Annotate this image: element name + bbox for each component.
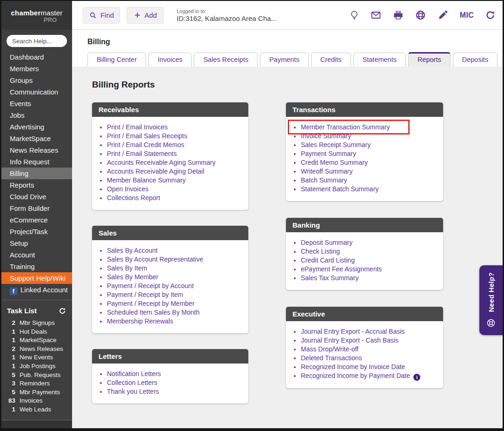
tab[interactable]: Payments <box>260 53 308 67</box>
lightbulb-icon[interactable] <box>350 10 359 21</box>
report-link[interactable]: Accounts Receivable Aging Summary <box>107 158 244 167</box>
report-link[interactable]: Payment / Receipt by Item <box>107 290 244 299</box>
report-link[interactable]: Collections Report <box>107 194 244 202</box>
report-link[interactable]: Sales By Account <box>107 246 244 255</box>
sidebar-item[interactable]: Dashboard <box>1 51 72 63</box>
report-link[interactable]: Sales Tax Summary <box>301 274 438 283</box>
report-link[interactable]: Invoice Summary <box>301 132 438 141</box>
refresh-icon[interactable] <box>59 307 66 315</box>
report-link[interactable]: Sales By Account Representative <box>107 255 244 264</box>
report-link[interactable]: Thank you Letters <box>107 387 244 396</box>
report-link[interactable]: Journal Entry Export - Accrual Basis <box>301 327 438 336</box>
mic-label[interactable]: MIC <box>460 11 474 20</box>
billing-reports-content: Billing Reports Receivables Print / Emai… <box>72 67 503 428</box>
task-item[interactable]: 3Reminders <box>1 379 72 388</box>
report-link[interactable]: Deposit Summary <box>301 238 438 247</box>
report-link[interactable]: Print / Email Credit Memos <box>107 141 244 149</box>
sidebar-item-label: Project/Task <box>10 228 48 236</box>
sidebar-item[interactable]: Support Help/Wiki <box>1 272 72 284</box>
task-item[interactable]: 2Mbr Signups <box>1 319 72 328</box>
sidebar-item[interactable]: Project/Task <box>1 226 72 237</box>
add-button[interactable]: Add <box>126 7 164 24</box>
report-link[interactable]: Open Invoices <box>107 185 244 194</box>
sidebar-item-label: Support Help/Wiki <box>10 274 66 282</box>
sidebar-item[interactable]: Info Request <box>1 156 72 168</box>
report-link[interactable]: Mass Drop/Write-off <box>301 345 438 354</box>
report-link[interactable]: Journal Entry Export - Cash Basis <box>301 336 438 345</box>
report-link[interactable]: Sales By Item <box>107 264 244 273</box>
report-link[interactable]: Sales By Member <box>107 273 244 282</box>
report-link[interactable]: Print / Email Invoices <box>107 123 244 132</box>
sidebar-item[interactable]: Training <box>1 261 72 272</box>
info-icon[interactable] <box>413 374 420 381</box>
sidebar-item[interactable]: Account <box>1 249 72 261</box>
sidebar-item[interactable]: News Releases <box>1 144 72 156</box>
envelope-icon[interactable] <box>371 10 381 20</box>
report-link[interactable]: Recognized Income by Payment Date <box>301 371 438 381</box>
sidebar-item[interactable]: Linked Account <box>1 284 72 296</box>
task-item[interactable]: 83Invoices <box>1 397 72 405</box>
report-link[interactable]: Notification Letters <box>107 370 244 378</box>
search-help-input[interactable] <box>7 35 67 47</box>
sidebar-item-label: Linked Account <box>20 286 68 294</box>
tab[interactable]: Reports <box>408 52 451 67</box>
task-item[interactable]: 2News Releases <box>1 345 72 354</box>
need-help-tab[interactable]: Need Help? <box>479 265 503 335</box>
task-item[interactable]: 1MarketSpace <box>1 336 72 345</box>
report-link[interactable]: Payment Summary <box>301 149 438 158</box>
report-link[interactable]: Credit Memo Summary <box>301 158 438 167</box>
task-item[interactable]: 1Web Leads <box>1 405 72 414</box>
tab[interactable]: Statements <box>353 53 406 67</box>
printer-icon[interactable] <box>393 10 404 20</box>
sidebar-item[interactable]: Jobs <box>1 109 72 121</box>
globe-icon[interactable] <box>415 10 426 20</box>
report-link[interactable]: Collection Letters <box>107 378 244 387</box>
sidebar-item[interactable]: Events <box>1 98 72 109</box>
logged-in-info: Logged in to: ID:3162, Kalamazoo Area Ch… <box>177 8 277 22</box>
report-link[interactable]: Print / Email Statements <box>107 149 244 158</box>
sidebar-item[interactable]: Billing <box>1 168 72 179</box>
report-link[interactable]: Statement Batch Summary <box>301 185 438 194</box>
report-link[interactable]: Batch Summary <box>301 176 438 185</box>
refresh-icon[interactable] <box>485 10 495 20</box>
task-item[interactable]: 5Pub. Requests <box>1 371 72 380</box>
task-item[interactable]: 5Mbr Payments <box>1 388 72 397</box>
tab[interactable]: Billing Center <box>87 53 146 67</box>
report-link[interactable]: Print / Email Sales Receipts <box>107 132 244 141</box>
sidebar-item[interactable]: Form Builder <box>1 202 72 214</box>
pencil-icon[interactable] <box>438 10 448 20</box>
sidebar-item[interactable]: Cloud Drive <box>1 191 72 202</box>
report-link[interactable]: Credit Card Listing <box>301 256 438 265</box>
main-area: Find Add Logged in to: ID:3162, Kalamazo… <box>72 1 503 428</box>
report-link[interactable]: Check Listing <box>301 247 438 256</box>
tab[interactable]: Sales Receipts <box>194 53 258 67</box>
sidebar-item[interactable]: Setup <box>1 237 72 249</box>
find-button[interactable]: Find <box>83 7 120 24</box>
task-item[interactable]: 1New Events <box>1 353 72 362</box>
tab[interactable]: Deposits <box>453 53 497 67</box>
tab[interactable]: Credits <box>311 53 351 67</box>
sidebar-item[interactable]: Advertising <box>1 121 72 133</box>
report-link[interactable]: Recognized Income by Invoice Date <box>301 363 438 371</box>
sidebar-item[interactable]: eCommerce <box>1 214 72 226</box>
report-link[interactable]: Writeoff Summary <box>301 167 438 176</box>
sidebar-item[interactable]: Reports <box>1 179 72 191</box>
report-link[interactable]: Membership Renewals <box>107 317 244 326</box>
report-link[interactable]: Deleted Transactions <box>301 354 438 363</box>
report-link[interactable]: Member Transaction Summary <box>301 123 438 132</box>
report-link[interactable]: Accounts Receivable Aging Detail <box>107 167 244 176</box>
sidebar-item[interactable]: Groups <box>1 74 72 86</box>
task-item[interactable]: 1Job Postings <box>1 362 72 371</box>
report-link[interactable]: Payment / Receipt by Member <box>107 299 244 308</box>
report-link[interactable]: Member Balance Summary <box>107 176 244 185</box>
report-link[interactable]: Sales Receipt Summary <box>301 141 438 149</box>
report-link[interactable]: Payment / Receipt by Account <box>107 282 244 290</box>
sidebar-item[interactable]: Members <box>1 63 72 74</box>
life-ring-icon <box>486 318 496 328</box>
report-link[interactable]: ePayment Fee Assignments <box>301 265 438 274</box>
report-link[interactable]: Scheduled Item Sales By Month <box>107 308 244 317</box>
sidebar-item[interactable]: MarketSpace <box>1 133 72 144</box>
task-item[interactable]: 1Hot Deals <box>1 328 72 337</box>
sidebar-item[interactable]: Communication <box>1 86 72 98</box>
tab[interactable]: Invoices <box>148 53 192 67</box>
